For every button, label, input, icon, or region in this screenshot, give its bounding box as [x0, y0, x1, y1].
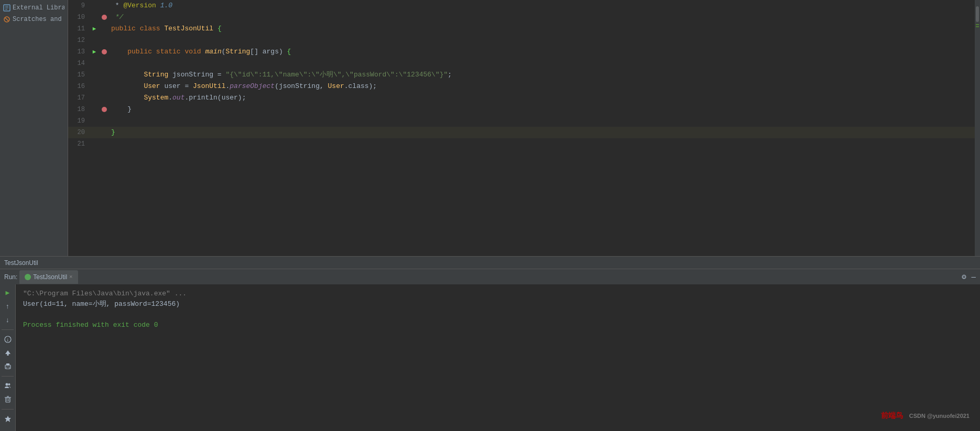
run-tab-close[interactable]: ×: [69, 274, 73, 280]
line-num-10: 10: [68, 12, 89, 23]
output-line-2: User(id=11, name=小明, passWord=123456): [23, 299, 973, 310]
toolbar-separator-1: [2, 329, 14, 330]
svg-point-14: [8, 383, 10, 385]
upload-button[interactable]: [3, 348, 13, 358]
bottom-file-tab: TestJsonUtil: [0, 256, 980, 269]
right-scrollbar[interactable]: [975, 0, 980, 256]
sidebar-item-scratches-label: Scratches and ...: [13, 16, 64, 23]
bp-gutter-20: [100, 130, 109, 135]
line-num-21: 21: [68, 138, 89, 150]
bp-gutter-16: [100, 84, 109, 89]
delete-button[interactable]: [3, 394, 13, 405]
run-arrow-13[interactable]: ▶: [93, 46, 96, 58]
code-line-18: 18 }: [68, 104, 975, 115]
bp-gutter-11: [100, 26, 109, 31]
run-tab[interactable]: TestJsonUtil ×: [19, 270, 78, 284]
line-num-16: 16: [68, 81, 89, 92]
code-line-11: 11 ▶ public class TestJsonUtil {: [68, 23, 975, 35]
sidebar-item-scratches[interactable]: Scratches and ...: [0, 14, 68, 25]
code-text-16: User user = JsonUtil.parseObject(jsonStr…: [109, 81, 377, 92]
bp-gutter-21: [100, 141, 109, 147]
bp-gutter-13: [100, 49, 109, 54]
settings-icon[interactable]: ⚙: [962, 272, 966, 281]
bp-gutter-10: [100, 15, 109, 20]
code-line-17: 17 System.out.println(user);: [68, 92, 975, 104]
info-button[interactable]: i: [3, 334, 13, 345]
toolbar-separator-3: [2, 409, 14, 410]
toolbar-separator-2: [2, 376, 14, 377]
pin-button[interactable]: [3, 414, 13, 424]
bp-gutter-12: [100, 38, 109, 43]
file-tab-label: TestJsonUtil: [4, 259, 38, 267]
bp-14: [102, 61, 107, 66]
editor: 9 * @Version 1.0 10 */ 11 ▶ public class: [68, 0, 975, 256]
code-text-18: }: [109, 104, 132, 115]
run-tab-icon: [25, 274, 31, 280]
scroll-mark-2: [976, 26, 979, 27]
bp-15: [102, 72, 107, 78]
line-num-9: 9: [68, 0, 89, 12]
bp-9: [102, 3, 107, 8]
code-line-16: 16 User user = JsonUtil.parseObject(json…: [68, 81, 975, 92]
scroll-line-marks: [976, 24, 979, 27]
bp-20: [102, 130, 107, 135]
bp-gutter-9: [100, 3, 109, 8]
line-num-13: 13: [68, 46, 89, 58]
minimize-icon[interactable]: —: [972, 273, 976, 281]
scroll-indicator: [976, 6, 979, 22]
sidebar-item-libraries[interactable]: External Librari...: [0, 2, 68, 14]
code-line-13: 13 ▶ public static void main(String[] ar…: [68, 46, 975, 58]
bp-gutter-14: [100, 61, 109, 66]
code-text-17: System.out.println(user);: [109, 92, 246, 104]
svg-rect-15: [6, 398, 10, 402]
code-line-12: 12: [68, 35, 975, 46]
line-num-14: 14: [68, 58, 89, 69]
library-icon: [3, 4, 10, 12]
print-button[interactable]: [3, 361, 13, 372]
code-text-11: public class TestJsonUtil {: [109, 23, 222, 35]
svg-rect-12: [6, 367, 9, 369]
scroll-up-button[interactable]: ↑: [3, 301, 13, 312]
code-text-15: String jsonString = "{\"id\":11,\"name\"…: [109, 69, 452, 81]
line-num-12: 12: [68, 35, 89, 46]
play-button[interactable]: ▶: [3, 288, 13, 298]
svg-line-5: [5, 18, 8, 21]
svg-rect-11: [6, 363, 9, 366]
sidebar: External Librari... Scratches and ...: [0, 0, 68, 256]
svg-point-13: [5, 383, 8, 386]
code-line-15: 15 String jsonString = "{\"id\":11,\"nam…: [68, 69, 975, 81]
code-line-20: 20 }: [68, 127, 975, 138]
scroll-mark-1: [976, 24, 979, 25]
code-text-10: */: [109, 12, 123, 23]
line-num-20: 20: [68, 127, 89, 138]
run-panel: ▶ ↑ ↓ i: [0, 284, 980, 431]
code-text-13: public static void main(String[] args) {: [109, 46, 291, 58]
main-area: External Librari... Scratches and ... 9 …: [0, 0, 980, 256]
run-toolbar: ▶ ↑ ↓ i: [0, 284, 16, 431]
line-num-11: 11: [68, 23, 89, 35]
bp-19: [102, 118, 107, 124]
bp-gutter-15: [100, 72, 109, 78]
output-line-4: Process finished with exit code 0: [23, 320, 973, 330]
bp-12: [102, 38, 107, 43]
scroll-down-button[interactable]: ↓: [3, 315, 13, 325]
code-line-21: 21: [68, 138, 975, 150]
run-arrow-11[interactable]: ▶: [93, 23, 96, 35]
bp-gutter-19: [100, 118, 109, 124]
run-gutter-13[interactable]: ▶: [89, 46, 100, 58]
code-text-9: * @Version 1.0: [109, 0, 172, 12]
svg-marker-20: [5, 416, 11, 422]
run-gutter-11[interactable]: ▶: [89, 23, 100, 35]
watermark: 前端鸟 CSDN @yunuofei2021: [881, 411, 970, 421]
bp-21: [102, 141, 107, 147]
watermark-text: 前端鸟: [881, 411, 903, 419]
line-num-15: 15: [68, 69, 89, 81]
bp-11: [102, 26, 107, 31]
sidebar-item-libraries-label: External Librari...: [13, 4, 64, 12]
bp-16: [102, 84, 107, 89]
run-output: "C:\Program Files\Java\bin\java.exe" ...…: [16, 284, 980, 431]
bp-13: [102, 49, 107, 54]
code-line-9: 9 * @Version 1.0: [68, 0, 975, 12]
svg-marker-8: [5, 350, 10, 354]
people-button[interactable]: [3, 381, 13, 391]
